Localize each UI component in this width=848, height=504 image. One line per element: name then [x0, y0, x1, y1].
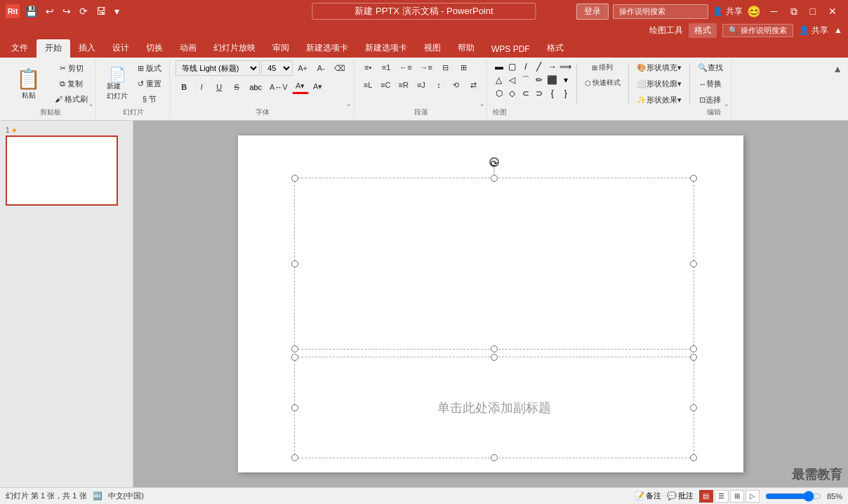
shape-s4-btn[interactable]: ⊃: [533, 87, 545, 100]
shape-line1-btn[interactable]: /: [519, 60, 532, 73]
search-button[interactable]: 操作说明搜索: [613, 4, 708, 19]
tab-design[interactable]: 设计: [104, 39, 138, 58]
save-small-button[interactable]: 🖫: [93, 4, 109, 18]
redo-button[interactable]: ↪: [60, 4, 74, 18]
bullets-button[interactable]: ≡•: [359, 60, 376, 74]
shape-s6-btn[interactable]: }: [559, 87, 572, 100]
tab-help[interactable]: 帮助: [449, 39, 483, 58]
find-button[interactable]: 🔍 查找: [694, 60, 727, 75]
tab-home[interactable]: 开始: [37, 39, 70, 58]
restore-button[interactable]: ⧉: [785, 4, 803, 19]
slide-thumb-image[interactable]: [6, 135, 118, 206]
section-button[interactable]: § 节: [134, 92, 165, 107]
maximize-button[interactable]: □: [804, 4, 821, 19]
slidesorter-view-button[interactable]: ⊞: [730, 490, 744, 503]
handle-mr[interactable]: [690, 260, 697, 267]
font-family-select[interactable]: 等线 Light (标题): [175, 60, 260, 76]
tab-insert[interactable]: 插入: [70, 39, 104, 58]
collapse-ribbon-button[interactable]: ▲: [833, 63, 842, 74]
shape-arrow2-btn[interactable]: ⟹: [559, 60, 572, 73]
expand-icon[interactable]: ▲: [834, 25, 842, 35]
layout-button[interactable]: ⊞ 版式: [134, 61, 165, 76]
shape-s3-btn[interactable]: ⊂: [519, 87, 532, 100]
save-button[interactable]: 💾: [22, 4, 40, 18]
handle-bc[interactable]: [491, 345, 498, 352]
shape-curve-btn[interactable]: ⌒: [519, 74, 532, 86]
paragraph-expand[interactable]: ⌄: [479, 100, 485, 107]
replace-button[interactable]: ↔ 替换: [694, 77, 727, 91]
arrange-button[interactable]: ⊞ 排列: [581, 60, 624, 74]
tab-transitions[interactable]: 切换: [138, 39, 171, 58]
login-button[interactable]: 登录: [576, 4, 609, 20]
convert-list-button[interactable]: ⇄: [465, 78, 482, 92]
shape-rect-btn[interactable]: ▬: [493, 60, 505, 73]
tab-review[interactable]: 审阅: [264, 39, 298, 58]
increase-indent-button[interactable]: →≡: [417, 60, 436, 74]
quick-styles-button[interactable]: ⬡ 快速样式: [581, 76, 624, 90]
justify-button[interactable]: ≡J: [413, 78, 430, 92]
shape-fill-button[interactable]: 🎨 形状填充 ▾: [633, 60, 685, 75]
align-center-button[interactable]: ≡C: [377, 78, 394, 92]
minimize-button[interactable]: ─: [765, 4, 783, 19]
tab-wpspdf[interactable]: WPS PDF: [483, 41, 538, 58]
reset-button[interactable]: ↺ 重置: [134, 77, 165, 91]
char-spacing-button[interactable]: A↔V: [266, 80, 291, 94]
shape-line2-btn[interactable]: ╱: [533, 60, 545, 73]
normal-view-button[interactable]: ▤: [699, 490, 713, 503]
shape-rounded-btn[interactable]: ▢: [506, 60, 519, 73]
format-tab-label[interactable]: 格式: [689, 23, 717, 38]
shape-rtri-btn[interactable]: ◁: [506, 74, 519, 86]
handle-br[interactable]: [690, 345, 697, 352]
line-spacing-button[interactable]: ↕: [430, 78, 447, 92]
sub-handle-tl[interactable]: [291, 354, 298, 361]
tab-view[interactable]: 视图: [416, 39, 449, 58]
font-size-select[interactable]: 45: [261, 60, 293, 76]
shape-tri-btn[interactable]: △: [493, 74, 505, 86]
font-expand[interactable]: ⌄: [346, 100, 352, 107]
shape-outline-button[interactable]: ⬜ 形状轮廓 ▾: [633, 77, 685, 91]
undo-button[interactable]: ↩: [43, 4, 57, 18]
clear-format-button[interactable]: ⌫: [331, 61, 349, 75]
shape-s1-btn[interactable]: ⬡: [493, 87, 505, 100]
handle-tc[interactable]: [491, 175, 498, 182]
clipboard-expand[interactable]: ⌄: [88, 100, 94, 107]
numbering-button[interactable]: ≡1: [378, 60, 395, 74]
refresh-button[interactable]: ⟳: [77, 4, 91, 18]
rotate-handle[interactable]: ⟳: [489, 157, 499, 167]
shape-effects-button[interactable]: ✨ 形状效果 ▾: [633, 93, 685, 107]
shadow-button[interactable]: abc: [246, 80, 265, 94]
reading-view-button[interactable]: ▷: [746, 490, 760, 503]
shape-arrow1-btn[interactable]: →: [546, 60, 559, 73]
text-direction-button[interactable]: ⟲: [448, 78, 465, 92]
handle-tl[interactable]: [291, 175, 298, 182]
smartart-button[interactable]: ⊞: [456, 60, 472, 74]
share-label[interactable]: 👤 共享: [799, 25, 828, 37]
search-operations-button[interactable]: 🔍 操作说明搜索: [722, 24, 793, 37]
sub-handle-br[interactable]: [690, 454, 697, 461]
slide-thumbnail-1[interactable]: 1 ★: [6, 126, 127, 206]
tab-file[interactable]: 文件: [3, 39, 37, 58]
font-color-button[interactable]: A▾: [292, 79, 309, 94]
tab-new1[interactable]: 新建选项卡: [298, 39, 357, 58]
spell-check-icon[interactable]: 🔤: [93, 491, 102, 500]
comments-button[interactable]: 💬 批注: [667, 491, 694, 501]
share-button[interactable]: 👤 共享: [713, 6, 742, 18]
drawing-expand[interactable]: ⌄: [724, 100, 729, 107]
select-button[interactable]: ⊡ 选择: [694, 93, 727, 107]
increase-font-button[interactable]: A+: [294, 61, 311, 75]
sub-handle-bc[interactable]: [491, 454, 498, 461]
tab-format[interactable]: 格式: [538, 39, 572, 58]
title-placeholder[interactable]: ⟳: [294, 178, 694, 350]
strikethrough-button[interactable]: S: [228, 80, 245, 94]
copy-button[interactable]: ⧉ 复制: [51, 77, 91, 91]
tab-animations[interactable]: 动画: [171, 39, 205, 58]
subtitle-placeholder[interactable]: 单击此处添加副标题: [294, 357, 694, 458]
sub-handle-tc[interactable]: [491, 354, 498, 361]
format-painter-button[interactable]: 🖌 格式刷: [51, 92, 91, 107]
zoom-slider[interactable]: [765, 491, 821, 501]
shape-s5-btn[interactable]: {: [546, 87, 559, 100]
close-button[interactable]: ✕: [823, 4, 842, 19]
sub-handle-tr[interactable]: [690, 354, 697, 361]
handle-ml[interactable]: [291, 260, 298, 267]
sub-handle-bl[interactable]: [291, 454, 298, 461]
